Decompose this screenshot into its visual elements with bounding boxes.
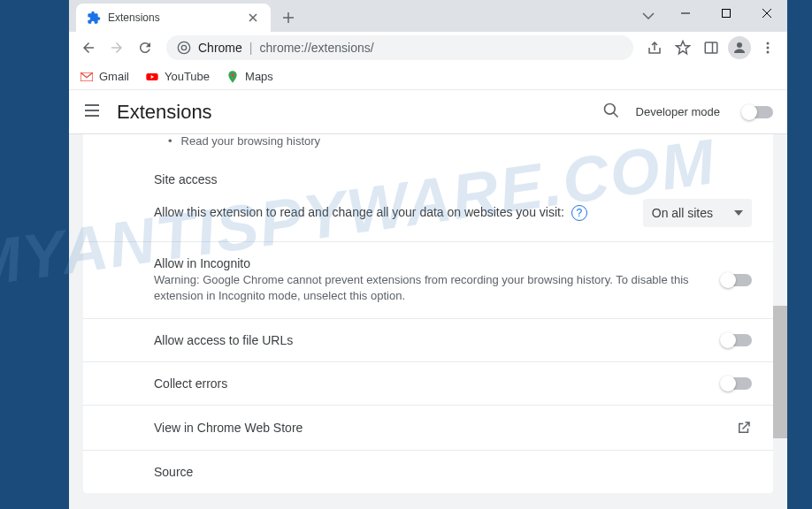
site-access-desc: Allow this extension to read and change … xyxy=(154,205,564,219)
gmail-icon xyxy=(80,70,94,84)
file-urls-section: Allow access to file URLs xyxy=(83,319,773,362)
help-icon[interactable]: ? xyxy=(571,205,587,221)
back-button[interactable] xyxy=(76,35,101,60)
incognito-label: Allow in Incognito xyxy=(154,256,704,270)
incognito-toggle[interactable] xyxy=(722,274,752,286)
page-title: Extensions xyxy=(117,101,586,124)
bookmark-maps[interactable]: Maps xyxy=(226,70,273,84)
address-bar: Chrome | chrome://extensions/ xyxy=(69,32,787,64)
source-section: Source xyxy=(83,451,773,493)
search-button[interactable] xyxy=(602,102,620,123)
svg-rect-3 xyxy=(705,42,717,53)
svg-point-6 xyxy=(767,42,770,44)
share-button[interactable] xyxy=(642,35,667,60)
content-area: Read your browsing history Site access A… xyxy=(69,134,787,509)
extension-icon xyxy=(87,11,101,25)
chrome-window: Extensions Chrome | chrome://extensions/ xyxy=(69,0,787,509)
tab-close-button[interactable] xyxy=(246,11,260,25)
profile-button[interactable] xyxy=(727,35,752,60)
bookmark-gmail[interactable]: Gmail xyxy=(80,70,129,84)
svg-point-1 xyxy=(178,42,189,53)
tab-title: Extensions xyxy=(108,11,239,24)
bookmarks-bar: Gmail YouTube Maps xyxy=(69,64,787,90)
site-access-dropdown[interactable]: On all sites xyxy=(643,199,752,227)
svg-point-5 xyxy=(737,42,742,48)
minimize-button[interactable] xyxy=(665,0,706,27)
webstore-label: View in Chrome Web Store xyxy=(154,421,303,435)
bookmark-youtube[interactable]: YouTube xyxy=(145,70,210,84)
developer-mode-toggle[interactable] xyxy=(743,106,773,118)
forward-button[interactable] xyxy=(104,35,129,60)
svg-rect-0 xyxy=(723,10,731,18)
svg-point-2 xyxy=(181,45,186,49)
extension-detail-card: Read your browsing history Site access A… xyxy=(83,134,773,493)
collect-errors-section: Collect errors xyxy=(83,362,773,406)
maximize-button[interactable] xyxy=(706,0,747,27)
svg-point-12 xyxy=(604,103,615,114)
site-access-title: Site access xyxy=(154,172,752,186)
file-urls-label: Allow access to file URLs xyxy=(154,333,293,347)
omnibox-path: chrome://extensions/ xyxy=(259,41,373,55)
developer-mode-label: Developer mode xyxy=(636,105,720,118)
reload-button[interactable] xyxy=(133,35,157,60)
webstore-section[interactable]: View in Chrome Web Store xyxy=(83,406,773,451)
menu-hamburger-button[interactable] xyxy=(83,102,101,123)
svg-point-11 xyxy=(231,73,234,76)
menu-button[interactable] xyxy=(755,35,780,60)
youtube-icon xyxy=(145,70,159,84)
bookmark-star-button[interactable] xyxy=(670,35,695,60)
new-tab-button[interactable] xyxy=(276,5,301,30)
omnibox[interactable]: Chrome | chrome://extensions/ xyxy=(166,35,633,60)
chevron-down-icon xyxy=(734,210,743,216)
chrome-icon xyxy=(177,41,191,55)
external-link-icon xyxy=(736,420,752,436)
close-window-button[interactable] xyxy=(747,0,787,27)
collect-errors-label: Collect errors xyxy=(154,376,227,391)
site-access-section: Site access Allow this extension to read… xyxy=(83,158,773,242)
incognito-section: Allow in Incognito Warning: Google Chrom… xyxy=(83,242,773,319)
collect-errors-toggle[interactable] xyxy=(722,377,752,390)
side-panel-button[interactable] xyxy=(699,35,724,60)
omnibox-scheme: Chrome xyxy=(198,41,242,55)
tab-search-button[interactable] xyxy=(642,7,655,23)
svg-point-7 xyxy=(767,46,770,49)
window-controls xyxy=(665,0,787,27)
file-urls-toggle[interactable] xyxy=(722,334,752,346)
scrollbar-thumb[interactable] xyxy=(773,306,787,438)
titlebar: Extensions xyxy=(69,0,787,32)
extensions-header: Extensions Developer mode xyxy=(69,90,787,134)
browser-tab[interactable]: Extensions xyxy=(76,4,271,32)
incognito-desc: Warning: Google Chrome cannot prevent ex… xyxy=(154,272,704,304)
permission-item: Read your browsing history xyxy=(83,134,773,158)
svg-point-8 xyxy=(767,50,770,53)
source-label: Source xyxy=(154,465,752,479)
maps-icon xyxy=(226,70,240,84)
